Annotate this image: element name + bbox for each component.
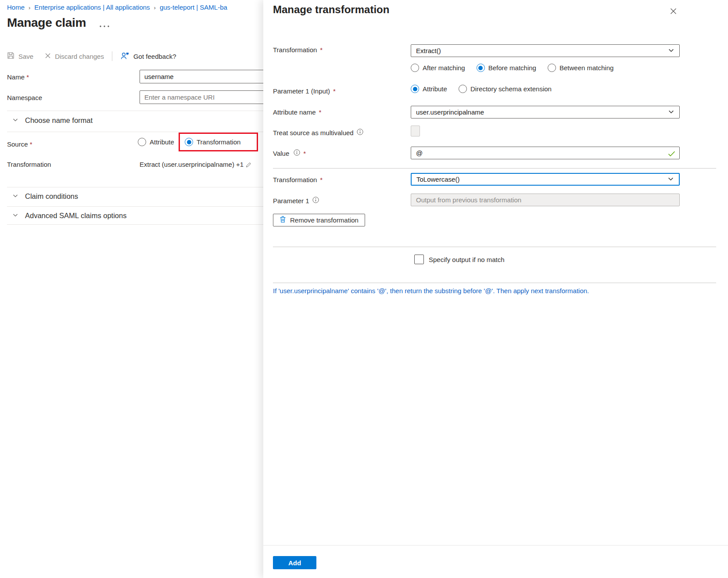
dropdown-value: ToLowercase()	[416, 176, 459, 183]
info-icon[interactable]	[357, 129, 363, 136]
value-label: Value	[273, 149, 306, 157]
divider	[7, 187, 263, 187]
namespace-label: Namespace	[7, 94, 42, 101]
choose-name-format-section[interactable]: Choose name format	[12, 116, 93, 125]
breadcrumb: Home›Enterprise applications | All appli…	[7, 4, 227, 11]
attribute-name-dropdown[interactable]: user.userprincipalname	[411, 106, 680, 118]
chevron-down-icon	[668, 47, 674, 55]
label-text: Treat source as multivalued	[273, 129, 354, 136]
radio-icon	[548, 64, 556, 72]
transformation-summary-label: Transformation	[7, 161, 51, 168]
transformation-1-label: Transformation	[273, 46, 323, 54]
save-button[interactable]: Save	[7, 52, 33, 61]
radio-label: Between matching	[559, 64, 613, 72]
radio-icon	[411, 64, 419, 72]
edit-transformation-icon[interactable]	[246, 162, 251, 169]
transformation-2-label: Transformation	[273, 176, 323, 183]
radio-before-matching[interactable]: Before matching	[477, 64, 536, 72]
parameter-1-label: Parameter 1	[273, 197, 319, 205]
namespace-input[interactable]	[140, 90, 263, 104]
checkbox-label: Specify output if no match	[429, 256, 505, 263]
multivalued-checkbox[interactable]	[411, 126, 420, 136]
discard-changes-button[interactable]: Discard changes	[45, 53, 104, 60]
transformation-summary-text: If 'user.userprincipalname' contains '@'…	[273, 287, 589, 294]
radio-label: Attribute	[150, 138, 174, 146]
divider	[273, 283, 716, 283]
source-label: Source	[7, 140, 32, 148]
section-label: Claim conditions	[25, 192, 78, 201]
panel-title: Manage transformation	[273, 4, 389, 16]
specify-output-checkbox-row[interactable]: Specify output if no match	[414, 255, 505, 264]
info-icon[interactable]	[294, 149, 300, 157]
ellipsis-icon	[99, 25, 110, 28]
add-button[interactable]: Add	[273, 556, 316, 569]
transformation-2-dropdown[interactable]: ToLowercase()	[411, 173, 680, 186]
x-icon	[45, 53, 51, 60]
chevron-down-icon	[668, 108, 674, 116]
more-options-button[interactable]	[99, 23, 112, 30]
radio-label: Before matching	[488, 64, 536, 72]
chevron-right-icon: ›	[154, 4, 156, 11]
label-text: Parameter 1	[273, 197, 309, 205]
divider	[7, 206, 263, 207]
radio-icon	[459, 85, 467, 93]
source-radio-attribute[interactable]: Attribute	[138, 138, 174, 146]
name-label: Name	[7, 73, 29, 81]
divider	[7, 111, 263, 111]
radio-icon	[138, 138, 146, 146]
close-icon	[670, 8, 677, 14]
divider	[273, 247, 716, 247]
button-label: Remove transformation	[290, 216, 359, 224]
source-radio-transformation[interactable]: Transformation	[185, 138, 240, 146]
label-text: Value	[273, 150, 289, 157]
feedback-label: Got feedback?	[133, 53, 176, 60]
radio-directory-schema-extension[interactable]: Directory schema extension	[459, 85, 552, 93]
radio-between-matching[interactable]: Between matching	[548, 64, 613, 72]
radio-selected-icon	[185, 138, 193, 146]
divider	[273, 168, 716, 169]
checkbox-icon	[414, 255, 424, 264]
claim-conditions-section[interactable]: Claim conditions	[12, 192, 78, 201]
parameter-1-input-label: Parameter 1 (Input)	[273, 87, 336, 95]
radio-selected-icon	[477, 64, 485, 72]
info-icon[interactable]	[312, 197, 319, 205]
chevron-down-icon	[12, 212, 18, 220]
toolbar-divider	[112, 51, 112, 61]
dropdown-value: user.userprincipalname	[416, 108, 484, 116]
radio-label: Transformation	[197, 138, 240, 146]
parameter-1-input-radio-group: Attribute Directory schema extension	[411, 85, 552, 93]
section-label: Choose name format	[25, 116, 93, 125]
page-title: Manage claim	[7, 16, 86, 30]
close-panel-button[interactable]	[668, 6, 678, 16]
manage-claim-page: Home›Enterprise applications | All appli…	[0, 0, 263, 578]
name-input[interactable]	[140, 70, 263, 83]
save-icon	[7, 52, 14, 61]
match-mode-radio-group: After matching Before matching Between m…	[411, 64, 613, 72]
save-label: Save	[18, 53, 33, 60]
trash-icon	[280, 216, 286, 224]
chevron-down-icon	[12, 192, 18, 201]
remove-transformation-button[interactable]: Remove transformation	[273, 214, 365, 226]
breadcrumb-home[interactable]: Home	[7, 4, 25, 11]
transformation-1-dropdown[interactable]: Extract()	[411, 44, 680, 57]
advanced-saml-options-section[interactable]: Advanced SAML claims options	[12, 212, 126, 220]
radio-attribute[interactable]: Attribute	[411, 85, 447, 93]
radio-label: Attribute	[423, 85, 447, 93]
divider	[7, 132, 263, 132]
got-feedback-button[interactable]: Got feedback?	[120, 52, 176, 61]
radio-selected-icon	[411, 85, 419, 93]
value-field-wrap	[411, 147, 680, 159]
feedback-person-icon	[120, 52, 129, 61]
red-highlight-box: Transformation	[179, 133, 258, 151]
dropdown-value: Extract()	[416, 47, 441, 54]
radio-after-matching[interactable]: After matching	[411, 64, 465, 72]
breadcrumb-app[interactable]: gus-teleport | SAML-ba	[160, 4, 227, 11]
radio-label: After matching	[423, 64, 465, 72]
chevron-down-icon	[12, 116, 18, 125]
section-label: Advanced SAML claims options	[25, 212, 126, 220]
breadcrumb-enterprise-apps[interactable]: Enterprise applications | All applicatio…	[34, 4, 150, 11]
valid-check-icon	[668, 151, 675, 158]
value-input[interactable]	[411, 147, 680, 159]
command-bar: Save Discard changes Got feedback?	[7, 49, 176, 63]
parameter-1-input	[411, 194, 680, 206]
